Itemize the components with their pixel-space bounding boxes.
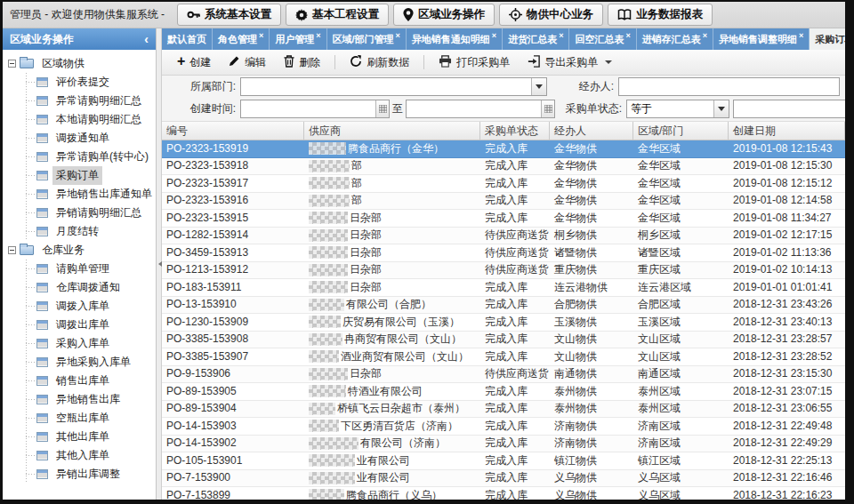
tree-item-月度结转[interactable]: 月度结转	[18, 222, 156, 241]
column-header-编号[interactable]: 编号	[162, 122, 304, 140]
tree-item-空瓶出库单[interactable]: 空瓶出库单	[18, 409, 156, 428]
column-header-区域/部门[interactable]: 区域/部门	[633, 122, 729, 140]
tab-进货汇总表[interactable]: 进货汇总表×	[503, 28, 569, 50]
table-row[interactable]: PO-7-153900业有限公司完成入库义乌物供义乌区域2018-12-31 2…	[162, 470, 845, 488]
tree-item-label: 采购入库单	[52, 334, 113, 353]
table-row[interactable]: PO-3385-153907酒业商贸有限公司（文山）完成入库文山物供文山区域20…	[162, 348, 845, 366]
table-row[interactable]: PO-14-153903下区勇清百货店（济南）完成入库济南物供济南区域2018-…	[162, 418, 845, 436]
column-header-创建日期[interactable]: 创建日期	[729, 122, 845, 140]
dept-dropdown-button[interactable]	[531, 78, 546, 95]
table-row[interactable]: PO-1282-153914日杂部待供应商送货桐乡物供桐乡区域2019-01-0…	[162, 228, 845, 245]
date-from-field[interactable]	[240, 100, 390, 118]
tree-collapse-toggle[interactable]	[8, 246, 16, 254]
table-row[interactable]: PO-3459-153913日杂部待供应商送货诸暨物供诸暨区域2019-01-0…	[162, 244, 845, 262]
supplier-cell: 桥镇飞云日杂超市（泰州）	[304, 401, 480, 418]
tree-item-评价表提交[interactable]: 评价表提交	[18, 73, 156, 92]
tab-close-icon[interactable]: ×	[625, 31, 630, 40]
table-row[interactable]: PO-105-153901业有限公司完成入库镇江物供镇江区域2018-12-31…	[162, 452, 845, 470]
toolbar-button-删除[interactable]: 删除	[276, 52, 328, 74]
sidebar-collapse-icon[interactable]: ‹	[144, 33, 149, 45]
date-to-input[interactable]	[407, 100, 541, 117]
tree-item-调拨通知单[interactable]: 调拨通知单	[18, 129, 156, 148]
tree-item-采购订单[interactable]: 采购订单	[18, 166, 156, 185]
tree-item-请购单管理[interactable]: 请购单管理	[18, 260, 156, 278]
tab-区域/部门管理[interactable]: 区域/部门管理×	[327, 28, 407, 50]
tree-item-本地请购明细汇总[interactable]: 本地请购明细汇总	[18, 110, 156, 129]
menubar-button-业务数据报表[interactable]: 业务数据报表	[608, 4, 713, 26]
tab-采购订单[interactable]: 采购订单×	[810, 28, 845, 50]
tab-异地销售调整明细[interactable]: 异地销售调整明细×	[713, 28, 810, 50]
table-row[interactable]: PO-183-153911日杂部完成入库连云港物供连云港区域2019-01-01…	[162, 279, 845, 297]
status-operator-select[interactable]	[626, 100, 729, 118]
table-row[interactable]: PO-3385-153908冉商贸有限公司（文山）完成入库文山物供文山区域201…	[162, 332, 845, 349]
tree-item-调拨出库单[interactable]: 调拨出库单	[18, 316, 156, 334]
tree-item-异常请购明细汇总[interactable]: 异常请购明细汇总	[18, 92, 156, 110]
tree-item-销售出库单[interactable]: 销售出库单	[18, 372, 156, 390]
table-row[interactable]: PO-2323-153918部完成入库金华物供金华区域2019-01-08 12…	[162, 158, 845, 176]
tree-item-调拨入库单[interactable]: 调拨入库单	[18, 297, 156, 316]
column-header-经办人[interactable]: 经办人	[550, 122, 633, 140]
tree-item-异地采购入库单[interactable]: 异地采购入库单	[18, 353, 156, 372]
table-row[interactable]: PO-2323-153916部完成入库金华物供金华区域2019-01-08 12…	[162, 193, 845, 211]
toolbar-button-刷新数据[interactable]: 刷新数据	[342, 52, 417, 74]
tree-item-其他入库单[interactable]: 其他入库单	[18, 446, 156, 465]
table-row[interactable]: PO-2323-153915日杂部完成入库金华物供金华区域2019-01-08 …	[162, 210, 845, 228]
table-row[interactable]: PO-1230-153909庆贸易有限公司（玉溪）完成入库玉溪物供玉溪区域201…	[162, 314, 845, 332]
table-row[interactable]: PO-14-153902有限公司（济南）完成入库济南物供济南区域2018-12-…	[162, 436, 845, 453]
tab-回空汇总表[interactable]: 回空汇总表×	[569, 28, 636, 50]
table-row[interactable]: PO-9-153906日杂部待供应商送货南通物供南通区域2018-12-31 2…	[162, 366, 845, 384]
table-row[interactable]: PO-13-153910有限公司（合肥）完成入库合肥物供合肥区域2018-12-…	[162, 297, 845, 315]
tree-item-其他出库单[interactable]: 其他出库单	[18, 428, 156, 446]
status-operator-dropdown-button[interactable]	[713, 100, 729, 117]
status-operator-value[interactable]	[627, 100, 713, 117]
tree-item-异地销售出库[interactable]: 异地销售出库	[18, 390, 156, 409]
menubar-button-区域业务操作[interactable]: 区域业务操作	[393, 4, 495, 26]
tab-异地销售通知明细[interactable]: 异地销售通知明细×	[407, 28, 503, 50]
tab-close-icon[interactable]: ×	[799, 31, 803, 40]
tab-角色管理[interactable]: 角色管理×	[213, 28, 270, 50]
table-row[interactable]: PO-89-153904桥镇飞云日杂超市（泰州）完成入库泰州物供泰州区域2018…	[162, 401, 845, 419]
tab-close-icon[interactable]: ×	[396, 31, 400, 40]
status-value-input[interactable]	[733, 100, 845, 118]
toolbar-button-编辑[interactable]: 编辑	[221, 52, 274, 74]
tab-close-icon[interactable]: ×	[259, 31, 263, 40]
tab-close-icon[interactable]: ×	[703, 31, 707, 40]
tree-item-异地销售出库通知单[interactable]: 异地销售出库通知单	[18, 185, 156, 204]
table-row[interactable]: PO-2323-153919腾食品商行（金华）完成入库金华物供金华区域2019-…	[162, 140, 845, 158]
tab-进销存汇总表[interactable]: 进销存汇总表×	[637, 28, 713, 50]
menubar-button-物供中心业务[interactable]: 物供中心业务	[499, 4, 603, 26]
calendar-icon[interactable]	[541, 100, 554, 117]
table-row[interactable]: PO-7-153899腾食品商行（义乌）完成入库义乌物供义乌区域2018-12-…	[162, 487, 845, 500]
tree-item-异常请购单(转中心)[interactable]: 异常请购单(转中心)	[18, 148, 156, 166]
table-row[interactable]: PO-89-153905特酒业有限公司完成入库泰州物供泰州区域2018-12-3…	[162, 383, 845, 401]
tab-close-icon[interactable]: ×	[492, 31, 496, 40]
column-header-供应商[interactable]: 供应商	[304, 122, 480, 140]
tree-folder-区域物供[interactable]: 区域物供	[8, 54, 156, 73]
menubar-button-系统基本设置[interactable]: 系统基本设置	[177, 4, 281, 26]
handler-input[interactable]	[618, 77, 840, 96]
toolbar-button-导出采购单[interactable]: 导出采购单	[520, 52, 620, 74]
dept-select[interactable]	[240, 77, 547, 96]
tree-item-仓库调拨通知[interactable]: 仓库调拨通知	[18, 278, 156, 297]
table-row[interactable]: PO-1213-153912日杂部待供应商送货重庆物供重庆区域2019-01-0…	[162, 262, 845, 280]
tab-close-icon[interactable]: ×	[316, 31, 320, 40]
date-to-field[interactable]	[406, 100, 555, 118]
date-cell: 2018-12-31 23:40:13	[729, 314, 845, 331]
menubar-button-基本工程设置[interactable]: 基本工程设置	[286, 4, 389, 26]
tree-collapse-toggle[interactable]	[8, 60, 16, 68]
toolbar-button-打印采购单[interactable]: 打印采购单	[431, 52, 518, 74]
tab-close-icon[interactable]: ×	[559, 31, 563, 40]
tab-用户管理[interactable]: 用户管理×	[270, 28, 326, 50]
tab-默认首页[interactable]: 默认首页	[162, 28, 213, 50]
table-row[interactable]: PO-2323-153917部完成入库金华物供金华区域2019-01-08 12…	[162, 175, 845, 193]
date-from-input[interactable]	[241, 100, 375, 117]
calendar-icon[interactable]	[375, 100, 389, 117]
tree-item-采购入库单[interactable]: 采购入库单	[18, 334, 156, 353]
dept-input[interactable]	[241, 78, 531, 95]
tree-folder-仓库业务[interactable]: 仓库业务	[8, 241, 156, 260]
tree-item-异销请购明细汇总[interactable]: 异销请购明细汇总	[18, 204, 156, 222]
tree-item-label: 评价表提交	[52, 73, 113, 92]
tree-item-异销出库调整[interactable]: 异销出库调整	[18, 465, 156, 484]
column-header-采购单状态[interactable]: 采购单状态	[480, 122, 550, 140]
toolbar-button-创建[interactable]: +创建	[169, 52, 219, 74]
